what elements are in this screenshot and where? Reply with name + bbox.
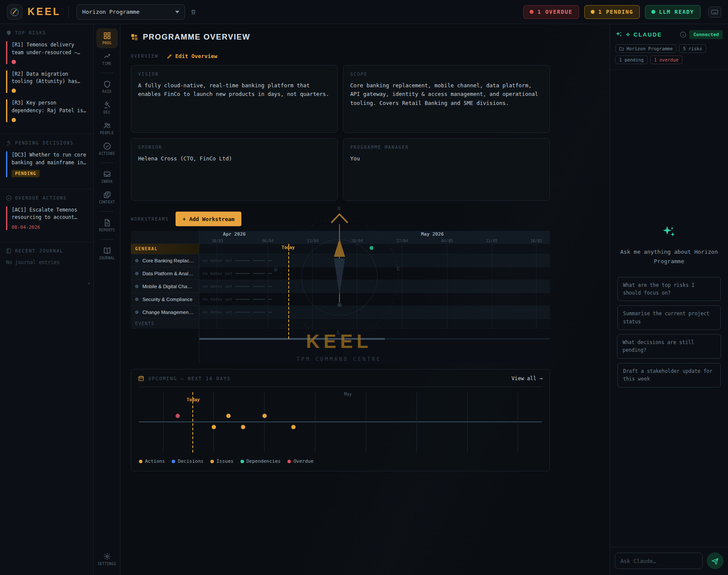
risk-severity-dot [12, 60, 16, 64]
risk-item-r3[interactable]: [R3] Key person dependency: Raj Patel is… [6, 99, 87, 122]
rail-item-inbox[interactable]: INBOX [96, 167, 118, 187]
pending-decisions-header: PENDING DECISIONS [6, 140, 87, 146]
suggestion-summarise-status[interactable]: Summarise the current project status [617, 305, 721, 330]
rail-divider [101, 239, 114, 240]
rail-item-journal[interactable]: JOURNAL [96, 243, 118, 263]
claude-input[interactable] [615, 553, 703, 569]
event-dot-actions[interactable] [226, 414, 231, 418]
grid-icon [103, 32, 111, 40]
collapse-left-panel-button[interactable]: ‹ [87, 280, 91, 286]
risk-item-r1[interactable]: [R1] Temenos delivery team under-resourc… [6, 41, 87, 64]
overview-cards: VISION A fully cloud-native, real-time b… [131, 65, 550, 201]
rail-item-prog[interactable]: PROG [96, 28, 118, 48]
compass-logo-icon [10, 7, 19, 17]
gantt-general-row[interactable]: GENERAL [131, 244, 550, 254]
rail-item-time[interactable]: TIME [96, 49, 118, 69]
claude-context-chips: Horizon Programme 5 risks 1 pending 1 ov… [610, 44, 728, 70]
connection-status-badge: Connected [689, 30, 723, 39]
top-risks-section: TOP RISKS [R1] Temenos delivery team und… [0, 24, 93, 134]
upcoming-header: UPCOMING — NEXT 14 DAYS View all → [138, 375, 543, 381]
workstream-dot-icon [135, 311, 139, 314]
view-all-link[interactable]: View all → [512, 375, 543, 381]
upcoming-gridline [366, 392, 366, 452]
workstream-row-label[interactable]: Mobile & Digital Channels [131, 280, 199, 293]
rail-item-people[interactable]: PEOPLE [96, 118, 118, 138]
gantt-tick: 30/03 [212, 239, 223, 243]
no-dates-label: no dates set [203, 258, 232, 263]
rail-label: SETTINGS [98, 562, 116, 566]
rail-label: REPORTS [99, 228, 115, 232]
overdue-status-badge[interactable]: 1 OVERDUE [523, 5, 579, 19]
delete-programme-button[interactable] [190, 9, 197, 15]
rail-label: PROG [102, 41, 111, 45]
workstream-row-label[interactable]: Security & Compliance [131, 293, 199, 306]
shield-icon [6, 30, 12, 36]
event-dot-actions[interactable] [291, 425, 296, 429]
suggestion-pending-decisions[interactable]: What decisions are still pending? [617, 334, 721, 359]
gantt-header-row: Apr 2026 May 2026 30/0306/0413/0420/0427… [131, 231, 550, 244]
workstream-row-label[interactable]: Core Banking Replacement [131, 254, 199, 267]
event-dot-actions[interactable] [262, 414, 267, 418]
rail-item-reports[interactable]: REPORTS [96, 215, 118, 235]
skeleton-dash [235, 273, 250, 274]
workstream-timeline: no dates set [199, 254, 550, 267]
skeleton-dash [235, 286, 250, 287]
sponsor-card-text: Helena Cross (CTO, FinCo Ltd) [138, 154, 330, 163]
overdue-dot-icon [287, 460, 291, 463]
workstreams-toolbar: WORKSTREAMS + Add Workstream [131, 211, 550, 227]
info-icon [680, 31, 686, 38]
action-item-ac1[interactable]: [AC1] Escalate Temenos resourcing to acc… [6, 206, 87, 231]
rail-item-settings[interactable]: SETTINGS [96, 549, 118, 569]
programme-selector[interactable]: Horizon Programme [77, 4, 185, 20]
overdue-actions-header: OVERDUE ACTIONS [6, 195, 87, 201]
rail-item-context[interactable]: CONTEXT [96, 188, 118, 207]
legend-item-issues: Issues [210, 458, 234, 464]
gear-icon [103, 553, 111, 560]
gantt-scrollbar-thumb[interactable] [199, 338, 385, 340]
rail-item-dec[interactable]: DEC [96, 98, 118, 117]
upcoming-gridline [467, 392, 468, 452]
edit-overview-button[interactable]: Edit Overview [167, 53, 217, 59]
workstream-name: Mobile & Digital Channels [142, 284, 194, 289]
gantt-tick: 27/04 [396, 239, 408, 243]
claude-empty-state: Ask me anything about Horizon Programme … [610, 70, 728, 547]
workstreams-section: N W E S KEEL TPM COMMAND CENTRE [131, 211, 550, 363]
workstream-dot-icon [135, 272, 139, 275]
skeleton-dash [235, 299, 250, 300]
rail-item-raid[interactable]: RAID [96, 77, 118, 97]
pending-badge: PENDING [12, 170, 40, 177]
event-dot-actions[interactable] [241, 425, 245, 429]
event-dot-actions[interactable] [212, 425, 216, 429]
sparkles-icon [615, 31, 623, 38]
gantt-tick: 18/05 [531, 239, 542, 243]
risk-text: [R2] Data migration tooling (Attunity) h… [12, 71, 87, 86]
workstream-row-label[interactable]: Data Platform & Analytics [131, 267, 199, 280]
keyboard-shortcuts-button[interactable] [708, 6, 721, 18]
folder-icon [619, 46, 624, 51]
context-chip-risks: 5 risks [679, 44, 706, 53]
add-workstream-button[interactable]: + Add Workstream [176, 212, 241, 226]
workstream-row-label[interactable]: Change Management & Tr… [131, 306, 199, 319]
event-dot-overdue[interactable] [176, 414, 180, 418]
risk-severity-dot [12, 118, 16, 122]
send-button[interactable] [707, 553, 723, 569]
rail-item-actions[interactable]: ACTIONS [96, 139, 118, 159]
llm-ready-badge[interactable]: LLM READY [645, 5, 700, 19]
gantt-general-timeline [199, 244, 550, 254]
skeleton-dash [253, 286, 265, 287]
overdue-actions-section: OVERDUE ACTIONS [AC1] Escalate Temenos r… [0, 189, 93, 242]
people-icon [103, 122, 111, 129]
vision-card-label: VISION [138, 72, 330, 77]
workstream-timeline: no dates set [199, 293, 550, 306]
pending-status-badge[interactable]: 1 PENDING [584, 5, 640, 19]
info-button[interactable] [680, 31, 686, 38]
suggestion-top-risks[interactable]: What are the top risks I should focus on… [617, 277, 721, 301]
legend-item-dependencies: Dependencies [241, 458, 281, 464]
overdue-badge-label: 1 OVERDUE [537, 9, 572, 15]
dependencies-dot-icon [241, 460, 244, 463]
pending-decisions-section: PENDING DECISIONS [DC3] Whether to run c… [0, 134, 93, 189]
risk-item-r2[interactable]: [R2] Data migration tooling (Attunity) h… [6, 71, 87, 93]
chart-legend: Actions Decisions Issues Dependencies Ov… [138, 457, 543, 466]
decision-item-dc3[interactable]: [DC3] Whether to run core banking and ma… [6, 151, 87, 177]
suggestion-stakeholder-update[interactable]: Draft a stakeholder update for this week [617, 363, 721, 387]
